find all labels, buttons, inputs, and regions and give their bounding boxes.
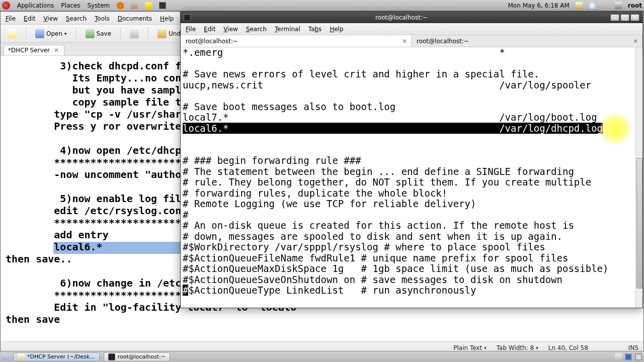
close-icon[interactable]: ✕ xyxy=(53,47,60,54)
save-icon xyxy=(86,29,95,38)
taskbar-item-gedit[interactable]: *DHCP Server (~/Desk... xyxy=(13,352,100,361)
open-icon xyxy=(35,29,44,38)
gnome-top-panel: Applications Places System Mon May 6, 6:… xyxy=(0,0,644,11)
taskbar-item-terminal[interactable]: root@localhost:~ xyxy=(104,352,170,361)
tab-title: *DHCP Server xyxy=(8,47,50,54)
tab-label: root@localhost:~ xyxy=(417,38,469,45)
workspace-switcher-icon[interactable] xyxy=(635,353,642,360)
clock[interactable]: Mon May 6, 6:18 AM xyxy=(508,2,570,9)
tab-label: root@localhost:~ xyxy=(186,38,238,45)
print-button[interactable] xyxy=(127,27,142,40)
maximize-button[interactable]: ▢ xyxy=(620,14,629,21)
applications-menu[interactable]: Applications xyxy=(17,2,54,9)
status-ins[interactable]: INS xyxy=(623,344,643,351)
window-title: root@localhost:~ xyxy=(194,14,609,21)
gedit-menu-file[interactable]: File xyxy=(6,15,16,22)
gedit-menu-tools[interactable]: Tools xyxy=(95,15,110,22)
new-file-icon xyxy=(8,29,17,38)
trash-icon[interactable] xyxy=(615,353,622,360)
scrollbar-thumb[interactable] xyxy=(636,158,642,289)
volume-icon[interactable] xyxy=(602,2,609,9)
firefox-icon[interactable] xyxy=(117,2,124,9)
gedit-menu-help[interactable]: Help xyxy=(160,15,174,22)
status-tabwidth[interactable]: Tab Width: 8▾ xyxy=(492,344,543,351)
close-button[interactable]: ✕ xyxy=(630,14,639,21)
show-desktop-icon[interactable] xyxy=(2,353,9,360)
status-language[interactable]: Plain Text▾ xyxy=(448,344,491,351)
close-icon[interactable]: ✕ xyxy=(401,38,408,45)
term-menu-file[interactable]: File xyxy=(186,26,196,33)
gedit-icon xyxy=(18,353,25,360)
terminal-tab-1[interactable]: root@localhost:~ ✕ xyxy=(181,35,412,47)
term-menu-tabs[interactable]: Tabs xyxy=(308,26,322,33)
gnome-bottom-panel: *DHCP Server (~/Desk... root@localhost:~ xyxy=(0,351,644,362)
open-button[interactable]: Open▾ xyxy=(32,27,70,40)
print-icon xyxy=(130,29,139,38)
system-menu[interactable]: System xyxy=(87,2,110,9)
task-label: *DHCP Server (~/Desk... xyxy=(27,353,95,360)
file-manager-icon[interactable] xyxy=(131,2,138,9)
notes-icon[interactable] xyxy=(145,2,152,9)
gedit-menu-edit[interactable]: Edit xyxy=(24,15,35,22)
scrollbar[interactable] xyxy=(635,47,642,308)
gedit-menu-search[interactable]: Search xyxy=(66,15,87,22)
minimize-button[interactable]: — xyxy=(610,14,619,21)
workspace-switcher-icon[interactable] xyxy=(625,353,632,360)
term-menu-terminal[interactable]: Terminal xyxy=(275,26,300,33)
status-cursor-pos: Ln 40, Col 58 xyxy=(543,344,593,351)
task-label: root@localhost:~ xyxy=(118,353,166,360)
terminal-icon xyxy=(108,353,115,360)
save-button[interactable]: Save xyxy=(83,27,114,40)
terminal-tab-2[interactable]: root@localhost:~ ✕ xyxy=(412,35,642,47)
terminal-window: root@localhost:~ — ▢ ✕ File Edit View Se… xyxy=(180,12,643,308)
term-menu-search[interactable]: Search xyxy=(246,26,267,33)
undo-icon xyxy=(157,29,167,38)
term-menu-edit[interactable]: Edit xyxy=(204,26,215,33)
distro-icon[interactable] xyxy=(2,2,10,10)
close-icon[interactable]: ✕ xyxy=(632,38,639,45)
term-menu-view[interactable]: View xyxy=(223,26,237,33)
gedit-menu-documents[interactable]: Documents xyxy=(118,15,152,22)
user-menu[interactable]: root xyxy=(628,2,642,9)
terminal-launcher-icon[interactable] xyxy=(159,2,166,9)
tray-icon[interactable] xyxy=(589,2,596,9)
term-menu-help[interactable]: Help xyxy=(330,26,343,33)
terminal-tabbar: root@localhost:~ ✕ root@localhost:~ ✕ xyxy=(181,35,642,47)
new-button[interactable] xyxy=(5,27,20,40)
terminal-titlebar[interactable]: root@localhost:~ — ▢ ✕ xyxy=(181,12,642,23)
gedit-menu-view[interactable]: View xyxy=(43,15,57,22)
gedit-tab[interactable]: *DHCP Server ✕ xyxy=(4,45,64,55)
terminal-body[interactable]: *.emerg * # Save news errors of level cr… xyxy=(181,47,642,308)
terminal-icon xyxy=(184,14,191,21)
terminal-menubar: File Edit View Search Terminal Tabs Help xyxy=(181,23,642,35)
terminal-text: *.emerg * # Save news errors of level cr… xyxy=(183,47,608,296)
places-menu[interactable]: Places xyxy=(61,2,80,9)
update-icon[interactable] xyxy=(576,2,583,9)
network-icon[interactable] xyxy=(615,2,622,9)
